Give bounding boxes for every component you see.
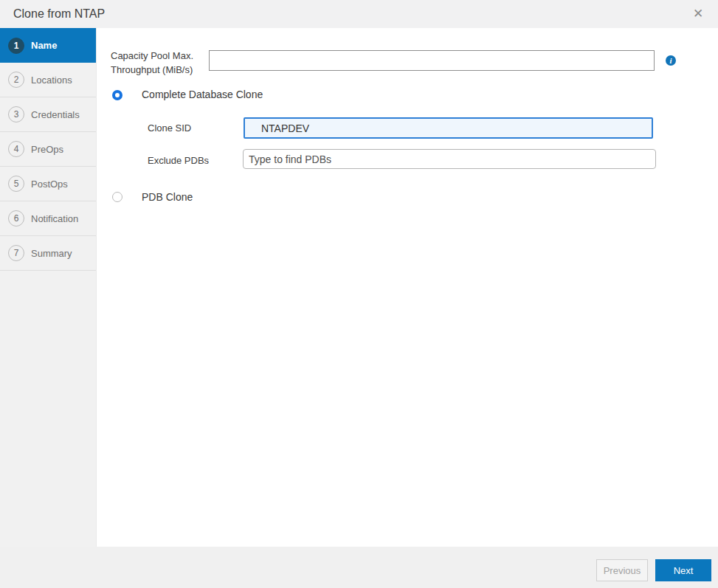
pdb-clone-radio[interactable] [112, 192, 122, 202]
capacity-pool-label-line1: Capacity Pool Max. [111, 49, 210, 63]
step-number-badge: 2 [8, 72, 24, 88]
step-label: Locations [31, 75, 72, 86]
complete-database-clone-radio[interactable] [112, 90, 122, 100]
step-credentials[interactable]: 3 Credentials [0, 97, 96, 132]
step-label: PreOps [31, 144, 63, 155]
previous-button[interactable]: Previous [596, 559, 648, 581]
step-summary[interactable]: 7 Summary [0, 236, 96, 271]
pdb-clone-label: PDB Clone [142, 191, 193, 203]
step-label: Notification [31, 213, 78, 224]
capacity-pool-label: Capacity Pool Max. Throughput (MiB/s) [111, 49, 210, 77]
step-number-badge: 3 [8, 106, 24, 122]
clone-sid-label: Clone SID [148, 122, 191, 134]
step-name[interactable]: 1 Name [0, 28, 96, 63]
wizard-steps-sidebar: 1 Name 2 Locations 3 Credentials 4 PreOp… [0, 28, 97, 547]
close-icon[interactable]: ✕ [687, 0, 709, 28]
step-number-badge: 1 [8, 38, 24, 54]
next-button[interactable]: Next [655, 559, 711, 581]
step-label: PostOps [31, 179, 68, 190]
step-notification[interactable]: 6 Notification [0, 201, 96, 236]
step-number-badge: 7 [8, 245, 24, 261]
dialog-footer: Previous Next [0, 547, 718, 588]
clone-wizard-dialog: Clone from NTAP ✕ 1 Name 2 Locations 3 C… [0, 0, 718, 588]
step-label: Name [31, 40, 57, 51]
exclude-pdbs-input[interactable] [243, 149, 656, 169]
step-preops[interactable]: 4 PreOps [0, 132, 96, 167]
capacity-pool-input[interactable] [209, 50, 655, 71]
info-icon[interactable]: i [666, 55, 676, 66]
wizard-main-panel [97, 28, 718, 547]
dialog-title: Clone from NTAP [13, 0, 105, 28]
capacity-pool-label-line2: Throughput (MiB/s) [111, 63, 210, 77]
step-label: Credentials [31, 109, 80, 120]
step-label: Summary [31, 248, 72, 259]
step-postops[interactable]: 5 PostOps [0, 167, 96, 201]
exclude-pdbs-label: Exclude PDBs [148, 155, 209, 166]
step-number-badge: 5 [8, 176, 24, 192]
step-locations[interactable]: 2 Locations [0, 63, 96, 97]
complete-database-clone-label: Complete Database Clone [142, 89, 263, 100]
clone-sid-input[interactable] [244, 117, 653, 139]
step-number-badge: 6 [8, 210, 24, 226]
step-number-badge: 4 [8, 141, 24, 157]
dialog-header: Clone from NTAP ✕ [0, 0, 718, 28]
